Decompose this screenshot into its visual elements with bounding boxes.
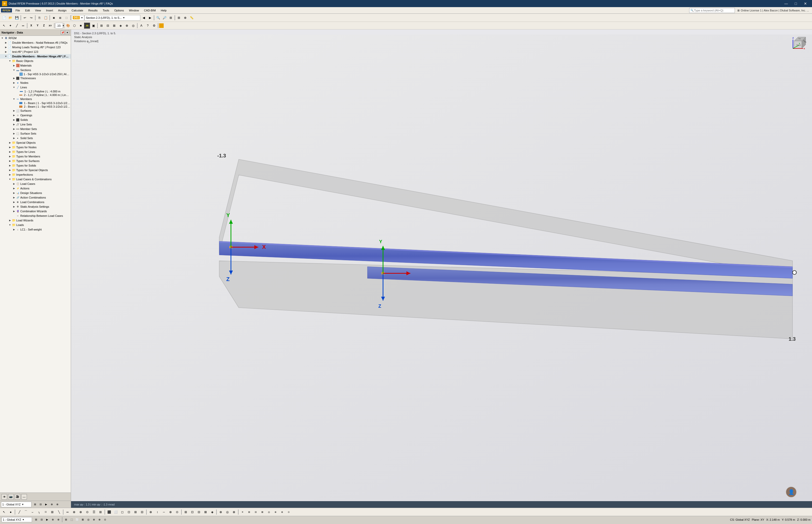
coord-system-dropdown[interactable]: 1 - Global XYZ ▼ xyxy=(1,502,32,507)
tb-display6[interactable]: ◎ xyxy=(130,22,136,29)
member-btn[interactable]: ═ xyxy=(20,22,26,29)
video-button[interactable]: 🎥 xyxy=(15,494,20,500)
basic-objects-expander[interactable]: ▼ xyxy=(8,59,12,63)
tree-loads[interactable]: ▼ 📁 Loads xyxy=(0,223,71,227)
tb-xy[interactable]: XY xyxy=(47,22,53,29)
tb-y[interactable]: Y xyxy=(34,22,40,29)
menu-assign[interactable]: Assign xyxy=(55,7,69,14)
sb-btn10[interactable]: ◎ xyxy=(86,517,91,522)
bt-a5[interactable]: ⊙ xyxy=(174,509,180,515)
bt-d1[interactable]: ✕ xyxy=(239,509,246,515)
eye-button[interactable]: 👁 xyxy=(1,494,7,500)
menu-insert[interactable]: Insert xyxy=(44,7,56,14)
tree-types-nodes[interactable]: ▶ 📁 Types for Nodes xyxy=(0,145,71,149)
cw-expander[interactable]: ▶ xyxy=(12,210,16,213)
tree-line-2[interactable]: 2 - 1,2 | Polyline | L : 4.000 m | Line … xyxy=(0,93,71,97)
tree-member-2[interactable]: 2 - Beam | 1 - Sqr HSS 3-1/2x3-1/2x0.250… xyxy=(0,105,71,109)
sb-btn9[interactable]: ⊠ xyxy=(80,517,85,522)
materials-expander[interactable]: ▶ xyxy=(12,64,16,67)
bt-b4[interactable]: ⊠ xyxy=(203,509,208,515)
tb-display5[interactable]: ⊕ xyxy=(124,22,130,29)
members-expander[interactable]: ▼ xyxy=(12,97,16,101)
tb-x[interactable]: X xyxy=(28,22,34,29)
sb-btn2[interactable]: ⊟ xyxy=(39,517,44,522)
tb-snap[interactable]: ⊕ xyxy=(182,15,188,21)
sb-btn6[interactable]: ⊞ xyxy=(64,517,68,522)
tree-lines[interactable]: ▼ ╱ Lines xyxy=(0,85,71,89)
tree-surfaces[interactable]: ▶ ⬜ Surfaces xyxy=(0,109,71,113)
menu-window[interactable]: Window xyxy=(126,7,141,14)
navigator-tree[interactable]: ▼ R RFEM ▶ 📄 Double Members - Nodal Rele… xyxy=(0,36,71,492)
bt-line2[interactable]: ⌒ xyxy=(23,509,29,515)
types-lines-expander[interactable]: ▶ xyxy=(8,150,12,153)
thicknesses-expander[interactable]: ▶ xyxy=(12,77,16,80)
tree-thicknesses[interactable]: ▶ ⬛ Thicknesses xyxy=(0,76,71,81)
bt-line4[interactable]: ╮ xyxy=(36,509,42,515)
lw-expander[interactable]: ▶ xyxy=(8,218,12,222)
menu-calculate[interactable]: Calculate xyxy=(69,7,86,14)
tb-display4[interactable]: ◈ xyxy=(118,22,123,29)
tree-project-3[interactable]: ▶ 📄 test.rf6* | Project 123 xyxy=(0,49,71,54)
solid-sets-expander[interactable]: ▶ xyxy=(12,136,16,140)
bt-mem2[interactable]: ⊕ xyxy=(71,509,77,515)
tb-display3[interactable]: ⊠ xyxy=(111,22,117,29)
view-cube[interactable]: Z X Y Front Top Right xyxy=(789,32,810,52)
next-btn[interactable]: ▶ xyxy=(147,15,153,21)
coord-system-status-dropdown[interactable]: 1 - Global XYZ ▼ xyxy=(1,517,32,522)
tree-solids[interactable]: ▶ ⬛ Solids xyxy=(0,117,71,122)
bt-line1[interactable]: ╱ xyxy=(16,509,22,515)
tb-zoom-out[interactable]: 🔎 xyxy=(162,15,168,21)
load-cases-expander[interactable]: ▶ xyxy=(12,182,16,185)
tree-project-1[interactable]: ▶ 📄 Double Members - Nodal Release.rf6 |… xyxy=(0,40,71,45)
tb-btn1[interactable]: ▣ xyxy=(51,15,57,21)
menu-options[interactable]: Options xyxy=(112,7,126,14)
bt-line7[interactable]: ╲ xyxy=(56,509,62,515)
pin-nav-button[interactable]: 📌 xyxy=(61,31,65,34)
title-bar-controls[interactable]: — □ ✕ xyxy=(781,0,810,7)
menu-tools[interactable]: Tools xyxy=(100,7,112,14)
tree-member-sets[interactable]: ▶ ══ Member Sets xyxy=(0,127,71,131)
sb-btn13[interactable]: ⊙ xyxy=(102,517,107,522)
sections-expander[interactable]: ▼ xyxy=(12,68,16,72)
tree-types-lines[interactable]: ▶ 📁 Types for Lines xyxy=(0,149,71,154)
bt-d2[interactable]: ⊞ xyxy=(246,509,252,515)
tb-more1[interactable]: ▣ xyxy=(90,22,97,29)
menu-file[interactable]: File xyxy=(13,7,22,14)
bt-b3[interactable]: ⊟ xyxy=(196,509,202,515)
sb-btn12[interactable]: ⊗ xyxy=(97,517,102,522)
select-btn[interactable]: ↖ xyxy=(1,22,7,29)
camera-button[interactable]: 📷 xyxy=(8,494,14,500)
bt-d6[interactable]: ⊕ xyxy=(272,509,278,515)
tb-wire[interactable]: ⬡ xyxy=(71,22,78,29)
tb-measure[interactable]: 📏 xyxy=(188,15,194,21)
search-input[interactable] xyxy=(694,9,731,12)
tree-basic-objects[interactable]: ▼ 📁 Basic Objects xyxy=(0,59,71,63)
bt-b5[interactable]: ◈ xyxy=(209,509,215,515)
bt-s1[interactable]: ⬛ xyxy=(106,509,112,515)
bt-c1[interactable]: ⊕ xyxy=(218,509,224,515)
tb-help[interactable]: ? xyxy=(145,22,151,29)
tb-display1[interactable]: ⊞ xyxy=(99,22,104,29)
bt-b2[interactable]: ⊡ xyxy=(189,509,196,515)
undo-btn[interactable]: ↩ xyxy=(22,15,28,21)
loads-expander[interactable]: ▼ xyxy=(8,223,12,227)
types-special-expander[interactable]: ▶ xyxy=(8,168,12,172)
tb-color1[interactable] xyxy=(159,23,164,28)
open-btn[interactable]: 📂 xyxy=(7,15,14,21)
tree-materials[interactable]: ▶ 🧱 Materials xyxy=(0,63,71,68)
bt-d7[interactable]: ⊗ xyxy=(279,509,285,515)
proj3-expander[interactable]: ▶ xyxy=(4,50,7,53)
bt-s6[interactable]: ⊟ xyxy=(139,509,145,515)
tree-line-sets[interactable]: ▶ ╱╱ Line Sets xyxy=(0,122,71,127)
tb-js[interactable]: JS xyxy=(84,22,90,29)
bt-c3[interactable]: ⊗ xyxy=(231,509,237,515)
minimize-button[interactable]: — xyxy=(781,0,791,7)
tree-member-1[interactable]: 1 - Beam | 1 - Sqr HSS 3-1/2x3-1/2x0.250… xyxy=(0,101,71,105)
sb-btn4[interactable]: ⊕ xyxy=(50,517,55,522)
bt-line6[interactable]: ⊞ xyxy=(49,509,55,515)
bt-a1[interactable]: ⊕ xyxy=(148,509,154,515)
bt-line3[interactable]: ⌣ xyxy=(30,509,35,515)
tree-line-1[interactable]: 1 - 1,2 | Polyline | L : 4.000 m xyxy=(0,89,71,93)
bt-mem6[interactable]: ⊞ xyxy=(98,509,103,515)
types-solids-expander[interactable]: ▶ xyxy=(8,164,12,167)
